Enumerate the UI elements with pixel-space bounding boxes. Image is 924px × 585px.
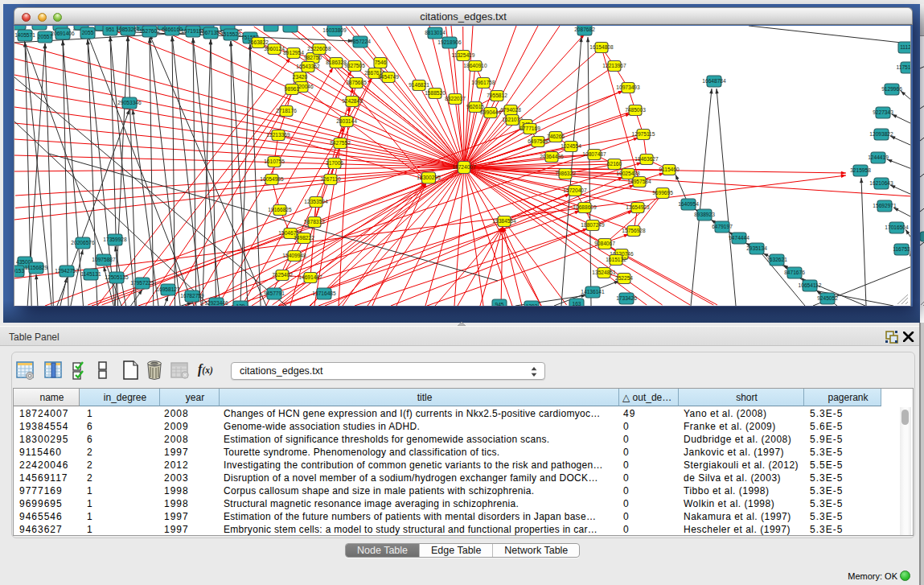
svg-text:3267110: 3267110 — [320, 176, 341, 182]
svg-text:3875685: 3875685 — [346, 80, 367, 85]
svg-text:12942757: 12942757 — [55, 268, 79, 274]
svg-text:1640954: 1640954 — [678, 201, 699, 207]
svg-text:962615: 962615 — [466, 104, 484, 109]
svg-text:1588520: 1588520 — [425, 90, 446, 96]
svg-text:17957225: 17957225 — [130, 280, 154, 286]
svg-text:10807487: 10807487 — [582, 151, 606, 157]
svg-text:129: 129 — [236, 303, 244, 306]
svg-text:13524851: 13524851 — [592, 270, 616, 275]
svg-text:2087682: 2087682 — [574, 27, 595, 32]
svg-text:29053346: 29053346 — [117, 100, 142, 105]
svg-text:19166825: 19166825 — [268, 207, 292, 212]
svg-text:10688609: 10688609 — [573, 204, 597, 210]
svg-text:23226058: 23226058 — [307, 46, 331, 51]
svg-text:252254: 252254 — [615, 275, 633, 281]
svg-text:2803144: 2803144 — [336, 118, 357, 124]
svg-text:18724007: 18724007 — [452, 164, 476, 170]
svg-text:1405571: 1405571 — [14, 32, 35, 38]
svg-text:13716485: 13716485 — [312, 290, 336, 296]
svg-text:12213967: 12213967 — [602, 63, 626, 68]
svg-text:13654923: 13654923 — [626, 204, 650, 210]
svg-text:8454749: 8454749 — [378, 74, 399, 80]
svg-text:98961: 98961 — [285, 86, 300, 92]
svg-text:19218906: 19218906 — [437, 39, 462, 45]
svg-text:19384554: 19384554 — [492, 218, 516, 224]
svg-text:10961758: 10961758 — [471, 80, 495, 85]
svg-text:39153: 39153 — [14, 268, 24, 274]
svg-text:9474444: 9474444 — [729, 235, 749, 241]
svg-text:9146821: 9146821 — [409, 82, 429, 88]
svg-text:15692971: 15692971 — [873, 203, 897, 208]
svg-text:14957584: 14957584 — [627, 179, 651, 184]
svg-text:16543362: 16543362 — [296, 64, 320, 69]
svg-text:16958127: 16958127 — [156, 286, 180, 292]
svg-text:9245052: 9245052 — [817, 295, 838, 301]
svg-text:1610755: 1610755 — [264, 159, 285, 164]
svg-text:16648784: 16648784 — [702, 78, 726, 84]
svg-text:6497568: 6497568 — [528, 138, 548, 144]
svg-text:15756928: 15756928 — [622, 228, 646, 233]
svg-text:6466160: 6466160 — [162, 27, 183, 32]
svg-text:17016504: 17016504 — [885, 225, 909, 230]
svg-text:9115460: 9115460 — [659, 167, 680, 172]
svg-text:8990444: 8990444 — [480, 109, 501, 115]
svg-text:9327505: 9327505 — [344, 63, 365, 68]
svg-text:8322037: 8322037 — [445, 96, 466, 101]
svg-text:12093822: 12093822 — [869, 131, 893, 137]
svg-text:9129966: 9129966 — [881, 86, 902, 92]
svg-text:7515526: 7515526 — [220, 31, 241, 37]
svg-text:20691406: 20691406 — [51, 31, 75, 36]
svg-text:16033809: 16033809 — [322, 27, 347, 33]
svg-text:10671355: 10671355 — [199, 30, 223, 35]
svg-text:10025438: 10025438 — [616, 171, 640, 176]
svg-text:11156829: 11156829 — [25, 265, 48, 270]
svg-text:7857224: 7857224 — [350, 39, 371, 44]
svg-text:9777169: 9777169 — [519, 126, 540, 131]
svg-text:8813014: 8813014 — [425, 30, 446, 35]
svg-text:7625402: 7625402 — [272, 272, 293, 278]
svg-text:7546: 7546 — [375, 60, 387, 65]
svg-text:7663822: 7663822 — [248, 39, 269, 45]
svg-text:10654112: 10654112 — [799, 282, 822, 288]
svg-text:18807249: 18807249 — [581, 222, 605, 228]
svg-text:18300295: 18300295 — [417, 175, 441, 180]
svg-text:1527602: 1527602 — [139, 28, 160, 34]
svg-text:12505135: 12505135 — [105, 274, 129, 280]
svg-text:16054985: 16054985 — [260, 176, 284, 182]
svg-text:1615132: 1615132 — [606, 257, 626, 262]
svg-text:15720407: 15720407 — [563, 187, 587, 193]
svg-text:1498222: 1498222 — [294, 235, 314, 241]
svg-text:16210643: 16210643 — [869, 180, 893, 186]
svg-text:951: 951 — [105, 27, 114, 32]
svg-text:7986322: 7986322 — [555, 171, 576, 176]
svg-text:11751074: 11751074 — [897, 64, 911, 70]
svg-text:6479197: 6479197 — [712, 224, 733, 229]
svg-text:3960124: 3960124 — [264, 46, 285, 51]
svg-text:945: 945 — [495, 302, 503, 306]
svg-text:20364436: 20364436 — [540, 154, 564, 159]
svg-text:1244419: 1244419 — [868, 154, 889, 160]
svg-text:7485003: 7485003 — [625, 107, 646, 113]
svg-text:12923446: 12923446 — [204, 300, 228, 306]
svg-text:7955812: 7955812 — [487, 93, 507, 98]
svg-text:6794028: 6794028 — [500, 107, 521, 113]
svg-text:8938923: 8938923 — [694, 212, 715, 217]
svg-text:8471676: 8471676 — [784, 270, 805, 275]
svg-text:15409948: 15409948 — [282, 253, 306, 258]
svg-text:16782759: 16782759 — [180, 293, 204, 299]
svg-text:2718176: 2718176 — [276, 108, 297, 113]
svg-text:18640910: 18640910 — [463, 63, 487, 68]
svg-text:12213369: 12213369 — [266, 132, 290, 138]
svg-text:9457791: 9457791 — [264, 290, 285, 296]
svg-text:746266: 746266 — [547, 134, 565, 139]
svg-text:1733426: 1733426 — [616, 295, 637, 301]
svg-text:3215958: 3215958 — [850, 167, 871, 173]
svg-text:23420: 23420 — [293, 74, 308, 80]
svg-text:10975887: 10975887 — [92, 257, 116, 262]
svg-text:116753: 116753 — [893, 246, 910, 252]
svg-text:1112: 1112 — [900, 44, 911, 50]
svg-text:2055: 2055 — [82, 30, 94, 35]
svg-text:8912954: 8912954 — [283, 50, 304, 56]
svg-text:1024554: 1024554 — [561, 143, 581, 149]
svg-text:982750: 982750 — [304, 55, 322, 60]
